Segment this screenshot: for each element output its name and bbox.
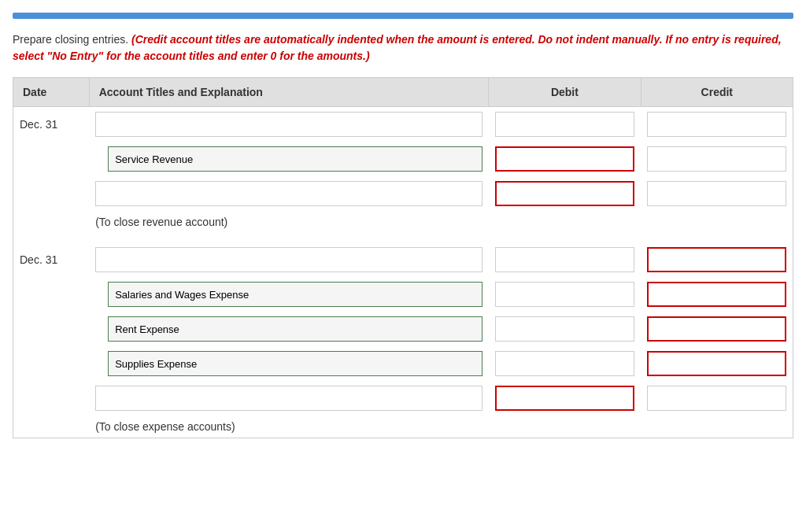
debit-input-1-2[interactable] <box>495 146 634 172</box>
account-cell-1-3 <box>89 176 489 211</box>
note-cell-2: (To close expense accounts) <box>89 416 793 438</box>
instruction-prefix: Prepare closing entries. <box>13 33 131 46</box>
date-cell-2: Dec. 31 <box>13 242 90 277</box>
account-input-2-1[interactable] <box>95 247 482 272</box>
debit-input-2-5[interactable] <box>495 386 634 411</box>
credit-cell-2-2 <box>641 277 793 312</box>
account-cell-2-2 <box>89 277 489 312</box>
credit-cell-1-1 <box>641 107 793 142</box>
credit-input-2-4[interactable] <box>647 351 786 376</box>
journal-table: Date Account Titles and Explanation Debi… <box>13 77 793 438</box>
table-header-row: Date Account Titles and Explanation Debi… <box>13 78 793 107</box>
debit-cell-1-3 <box>489 176 641 211</box>
date-cell-empty <box>13 346 90 381</box>
header-date: Date <box>13 78 90 107</box>
account-cell-1-1 <box>89 107 489 142</box>
credit-cell-2-4 <box>641 346 793 381</box>
instruction-text: Prepare closing entries. (Credit account… <box>13 31 793 65</box>
top-bar <box>13 13 793 19</box>
table-row <box>13 312 793 346</box>
debit-cell-2-5 <box>489 381 641 416</box>
header-debit: Debit <box>489 78 641 107</box>
credit-cell-2-1 <box>641 242 793 277</box>
credit-cell-2-5 <box>641 381 793 416</box>
date-cell-empty <box>13 312 90 346</box>
credit-cell-2-3 <box>641 312 793 346</box>
table-row <box>13 142 793 176</box>
credit-input-2-5[interactable] <box>647 386 786 411</box>
date-cell-empty <box>13 416 90 438</box>
debit-input-1-1[interactable] <box>495 112 634 137</box>
debit-input-2-1[interactable] <box>495 247 634 272</box>
debit-cell-1-2 <box>489 142 641 176</box>
date-cell-1: Dec. 31 <box>13 107 90 142</box>
debit-input-2-4[interactable] <box>495 351 634 376</box>
account-cell-1-2 <box>89 142 489 176</box>
account-input-salaries[interactable] <box>108 282 482 307</box>
debit-cell-1-1 <box>489 107 641 142</box>
debit-input-2-3[interactable] <box>495 316 634 342</box>
table-row: Dec. 31 <box>13 107 793 142</box>
table-row <box>13 381 793 416</box>
table-row-note: (To close revenue account) <box>13 211 793 233</box>
credit-input-1-2[interactable] <box>647 146 786 172</box>
spacer-row <box>13 233 793 242</box>
account-cell-2-3 <box>89 312 489 346</box>
account-input-supplies[interactable] <box>108 351 482 376</box>
table-row <box>13 176 793 211</box>
table-row <box>13 346 793 381</box>
date-cell-empty <box>13 381 90 416</box>
header-account: Account Titles and Explanation <box>89 78 489 107</box>
date-cell-empty <box>13 277 90 312</box>
credit-input-2-2[interactable] <box>647 282 786 307</box>
account-input-service-revenue[interactable] <box>108 146 482 172</box>
table-row: Dec. 31 <box>13 242 793 277</box>
credit-input-1-3[interactable] <box>647 181 786 206</box>
credit-cell-1-3 <box>641 176 793 211</box>
date-cell-empty <box>13 176 90 211</box>
account-cell-2-1 <box>89 242 489 277</box>
account-input-1-3[interactable] <box>95 181 482 206</box>
header-credit: Credit <box>641 78 793 107</box>
account-cell-2-5 <box>89 381 489 416</box>
account-input-1-1[interactable] <box>95 112 482 137</box>
debit-cell-2-4 <box>489 346 641 381</box>
debit-cell-2-3 <box>489 312 641 346</box>
table-row <box>13 277 793 312</box>
credit-cell-1-2 <box>641 142 793 176</box>
date-cell-empty <box>13 142 90 176</box>
debit-input-1-3[interactable] <box>495 181 634 206</box>
note-cell-1: (To close revenue account) <box>89 211 793 233</box>
credit-input-2-1[interactable] <box>647 247 786 272</box>
table-row-note: (To close expense accounts) <box>13 416 793 438</box>
date-cell-empty <box>13 211 90 233</box>
account-input-rent[interactable] <box>108 316 482 342</box>
debit-input-2-2[interactable] <box>495 282 634 307</box>
debit-cell-2-1 <box>489 242 641 277</box>
account-cell-2-4 <box>89 346 489 381</box>
debit-cell-2-2 <box>489 277 641 312</box>
account-input-2-5[interactable] <box>95 386 482 411</box>
credit-input-1-1[interactable] <box>647 112 786 137</box>
credit-input-2-3[interactable] <box>647 316 786 342</box>
